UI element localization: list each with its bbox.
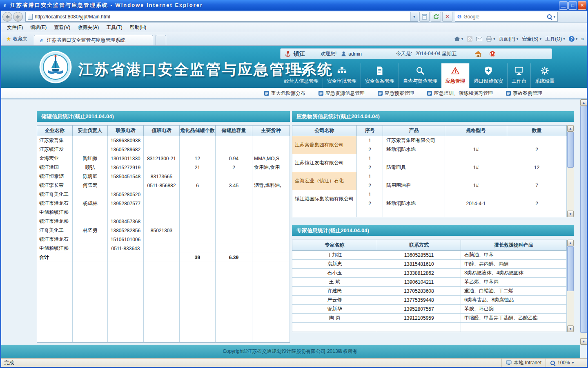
mail-button[interactable]: [476, 37, 482, 41]
zoom-control[interactable]: 100% ▾: [546, 359, 588, 367]
new-tab-button[interactable]: [156, 35, 166, 45]
search-dropdown-icon[interactable]: ▾: [553, 15, 555, 19]
security-zone[interactable]: 本地 Intranet: [501, 359, 546, 367]
help-button[interactable]: ? ▾: [569, 36, 578, 42]
home-shortcut-icon[interactable]: [474, 51, 482, 57]
page-scrollbar[interactable]: ▲ ▼: [580, 99, 587, 345]
menu-file[interactable]: 文件(F): [3, 23, 27, 32]
home-button[interactable]: ▾: [454, 36, 463, 42]
table-row[interactable]: 江苏索普集团有限公司1江苏索普集团有限公司: [292, 136, 567, 145]
table-row[interactable]: 镇江市港龙粮13003457368: [37, 217, 290, 226]
scroll-up-button[interactable]: ▲: [567, 125, 574, 132]
table-row[interactable]: 中储粮镇江粮0511-833643: [37, 244, 290, 253]
scroll-thumb[interactable]: [567, 246, 574, 291]
url-input[interactable]: [35, 14, 410, 20]
table-cell: [252, 145, 290, 154]
expert-scrollbar[interactable]: ▲ ▼: [567, 240, 574, 332]
scroll-down-button[interactable]: ▼: [567, 325, 574, 332]
supplies-scrollbar[interactable]: ▲ ▼: [567, 125, 574, 217]
nav-item-port-security[interactable]: 港口设施保安: [469, 63, 507, 88]
submenu-training-drill[interactable]: 应急培训、演练和演习管理: [427, 90, 493, 97]
forward-button[interactable]: [13, 12, 23, 22]
stop-button[interactable]: ✕: [442, 12, 452, 22]
submenu-case-management[interactable]: 事故案例管理: [506, 90, 542, 97]
table-row[interactable]: 江苏索普集15896380938: [37, 136, 290, 145]
table-cell: [507, 190, 567, 199]
table-row[interactable]: 镇江港国际集装箱有限公司1: [292, 190, 567, 199]
table-header-row: 专家名称联系方式擅长救援物种产品: [292, 240, 567, 251]
toolbar-overflow-button[interactable]: »: [581, 36, 584, 42]
zone-label: 本地 Intranet: [514, 359, 541, 366]
table-row[interactable]: 石小玉133388128623类易燃液体、4类易燃固体: [292, 269, 567, 278]
table-cell: 39: [180, 253, 216, 262]
address-bar[interactable]: ▾: [25, 12, 418, 22]
url-dropdown-button[interactable]: ▾: [410, 12, 418, 21]
table-cell: 0511-833643: [108, 244, 144, 253]
search-icon[interactable]: [547, 14, 552, 19]
table-row[interactable]: 中储粮镇江粮: [37, 208, 290, 217]
close-button[interactable]: ✕: [578, 1, 586, 10]
scroll-up-button[interactable]: ▲: [580, 99, 587, 106]
table-row[interactable]: 王 斌13906104211苯乙烯、甲苯丙: [292, 278, 567, 287]
search-box[interactable]: G ▾: [455, 12, 558, 22]
table-row[interactable]: 金海宏业（镇江）石化1: [292, 172, 567, 181]
table-row[interactable]: 镇江李长荣何雪宏0511-85688263.45沥青,燃料油,: [37, 181, 290, 190]
table-row[interactable]: 严云修137753594486类毒害品、8类腐蚀品: [292, 296, 567, 305]
table-row[interactable]: 镇江市港龙石杨成林13952807577: [37, 199, 290, 208]
table-row[interactable]: 袁新忠13815481610甲醇、异丙醇、丙酮: [292, 260, 567, 269]
table-cell: 2: [507, 199, 567, 208]
minimize-button[interactable]: —: [559, 1, 568, 10]
nav-item-emergency[interactable]: 应急管理: [441, 63, 469, 88]
menu-help[interactable]: 帮助(H): [126, 23, 150, 32]
tab-title: 江苏省港口安全监管与应急管理系统: [47, 37, 125, 44]
favorites-button[interactable]: ★ 收藏夹: [2, 34, 31, 44]
tabs-bar: ★ 收藏夹 e 江苏省港口安全监管与应急管理系统 ▾ ▾ 页面(P) ▾ 安全(…: [0, 32, 588, 46]
nav-item-operators[interactable]: 经营人信息管理: [280, 63, 323, 88]
table-row[interactable]: 江苏镇江发电有限公司1: [292, 154, 567, 163]
table-row[interactable]: 镇江奇美化工13505280520: [37, 190, 290, 199]
nav-item-settings[interactable]: 系统设置: [530, 63, 559, 88]
nav-item-workbench[interactable]: 工作台: [507, 63, 530, 88]
scroll-thumb[interactable]: [580, 106, 587, 333]
table-row[interactable]: 许建民13705283608重油、白蜡油、丁二烯: [292, 287, 567, 296]
table-cell: 丁邦红: [292, 251, 377, 260]
print-button[interactable]: ▾: [486, 36, 495, 42]
scroll-down-button[interactable]: ▼: [567, 211, 574, 217]
maximize-button[interactable]: □: [568, 1, 577, 10]
back-button[interactable]: [2, 12, 12, 22]
menu-favorites[interactable]: 收藏夹(A): [74, 23, 102, 32]
submenu-plan-management[interactable]: 应急预案管理: [378, 90, 414, 97]
table-row[interactable]: 丁邦红13605285511石脑油、甲苯: [292, 251, 567, 260]
tools-menu-button[interactable]: 工具(O) ▾: [545, 36, 565, 43]
compatibility-view-button[interactable]: [419, 12, 430, 22]
table-row[interactable]: 镇江恒泰沥陈炳庭1585045154883173665: [37, 172, 290, 181]
table-row[interactable]: 镇江港国顾弘13615272919212食用油,食用: [37, 163, 290, 172]
menu-edit[interactable]: 编辑(E): [27, 23, 50, 32]
nav-item-inspection[interactable]: 自查与督查管理: [399, 63, 441, 88]
table-row[interactable]: 合计396.39: [37, 253, 290, 262]
table-row[interactable]: 江苏镇江发13605289682: [37, 145, 290, 154]
table-row[interactable]: 金海宏业陶红皦1301301133083121300-21120.94MMA,M…: [37, 154, 290, 163]
menu-view[interactable]: 查看(V): [50, 23, 74, 32]
table-row[interactable]: 管新华13952807557苯胺、环己烷: [292, 305, 567, 314]
submenu-hazard-distribution[interactable]: 重大危险源分布: [264, 90, 305, 97]
table-row[interactable]: 陶 勇13912105959甲缩醛、甲基异丁基酮、乙酸乙酯: [292, 314, 567, 323]
nav-item-safety-approval[interactable]: 安全审批管理: [323, 63, 361, 88]
table-row[interactable]: 镇江市港龙石15106101006: [37, 235, 290, 244]
browser-tab[interactable]: e 江苏省港口安全监管与应急管理系统: [34, 35, 153, 45]
nav-item-safety-record[interactable]: 安全备案管理: [361, 63, 399, 88]
search-input[interactable]: [463, 14, 547, 20]
logout-icon[interactable]: [489, 51, 496, 57]
window-titlebar[interactable]: e 江苏省港口安全监管与应急管理系统 - Windows Internet Ex…: [0, 0, 588, 11]
feeds-button[interactable]: [467, 36, 472, 42]
menu-tools[interactable]: 工具(T): [102, 23, 126, 32]
refresh-button[interactable]: [431, 12, 441, 22]
table-row[interactable]: 江奇美化工林坚勇1380528285685021303: [37, 226, 290, 235]
scroll-thumb[interactable]: [567, 132, 574, 168]
scroll-up-button[interactable]: ▲: [567, 240, 574, 246]
submenu-resource-info[interactable]: 应急资源信息管理: [318, 90, 365, 97]
safety-menu-button[interactable]: 安全(S) ▾: [522, 36, 541, 43]
table-cell: 陆用围油栏: [383, 181, 445, 190]
page-menu-button[interactable]: 页面(P) ▾: [499, 36, 519, 43]
scroll-down-button[interactable]: ▼: [580, 338, 587, 345]
